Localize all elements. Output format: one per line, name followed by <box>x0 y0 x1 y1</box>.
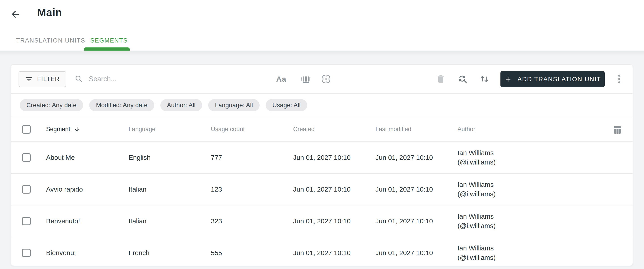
cell-author: Ian Williams (@i.williams) <box>458 243 613 262</box>
trash-icon <box>436 74 446 84</box>
segments-page: Main TRANSLATION UNITS SEGMENTS FILTER A… <box>0 0 644 269</box>
add-button-label: ADD TRANSLATION UNIT <box>518 76 601 83</box>
chip-usage[interactable]: Usage: All <box>266 99 307 111</box>
cell-segment: Bienvenu! <box>46 249 128 257</box>
plus-icon <box>504 75 512 83</box>
barcode-toggle[interactable] <box>300 65 312 93</box>
row-checkbox[interactable] <box>22 185 31 194</box>
cell-created: Jun 01, 2027 10:10 <box>293 185 376 193</box>
sort-descending-icon <box>74 126 80 133</box>
cell-language: Italian <box>128 217 211 225</box>
columns-icon <box>613 125 622 134</box>
column-header-created[interactable]: Created <box>293 126 376 133</box>
arrow-left-icon <box>10 9 20 20</box>
match-case-icon: Aa <box>276 75 286 84</box>
column-header-usage-count[interactable]: Usage count <box>211 126 293 133</box>
cell-segment: Benvenuto! <box>46 217 128 225</box>
chip-created[interactable]: Created: Any date <box>20 99 83 111</box>
kebab-menu-icon <box>618 74 620 84</box>
page-title: Main <box>37 6 62 19</box>
column-header-last-modified[interactable]: Last modified <box>376 126 458 133</box>
toolbar: FILTER Aa <box>11 65 632 94</box>
search-input[interactable] <box>89 75 245 83</box>
cell-segment: Avvio rapido <box>46 185 128 193</box>
sort-button[interactable] <box>479 65 490 93</box>
cell-usage-count: 777 <box>211 154 293 161</box>
cell-last-modified: Jun 01, 2027 10:10 <box>376 185 458 193</box>
content-area: FILTER Aa <box>0 51 644 269</box>
row-checkbox[interactable] <box>22 153 31 162</box>
more-options-button[interactable] <box>615 65 624 93</box>
tab-segments[interactable]: SEGMENTS <box>90 34 128 48</box>
cell-usage-count: 555 <box>211 249 293 257</box>
cell-language: French <box>128 249 211 257</box>
chip-language[interactable]: Language: All <box>208 99 260 111</box>
table-row[interactable]: Bienvenu! French 555 Jun 01, 2027 10:10 … <box>11 237 632 266</box>
cell-author: Ian Williams (@i.williams) <box>458 212 613 230</box>
find-replace-button[interactable] <box>458 65 468 93</box>
frame-scan-toggle[interactable] <box>320 65 332 93</box>
column-header-language[interactable]: Language <box>128 126 211 133</box>
cell-usage-count: 323 <box>211 217 293 225</box>
cell-usage-count: 123 <box>211 185 293 193</box>
add-translation-unit-button[interactable]: ADD TRANSLATION UNIT <box>500 71 605 87</box>
top-header: Main <box>0 0 644 34</box>
cell-author: Ian Williams (@i.williams) <box>458 148 613 167</box>
cell-created: Jun 01, 2027 10:10 <box>293 154 376 161</box>
cell-segment: About Me <box>46 154 128 161</box>
table-row[interactable]: Benvenuto! Italian 323 Jun 01, 2027 10:1… <box>11 205 632 237</box>
barcode-icon <box>300 73 312 85</box>
filter-chips-row: Created: Any date Modified: Any date Aut… <box>11 94 632 117</box>
cell-last-modified: Jun 01, 2027 10:10 <box>376 154 458 161</box>
cell-created: Jun 01, 2027 10:10 <box>293 249 376 257</box>
column-picker-button[interactable] <box>613 125 632 134</box>
cell-created: Jun 01, 2027 10:10 <box>293 217 376 225</box>
cell-language: Italian <box>128 185 211 193</box>
filter-button[interactable]: FILTER <box>18 71 66 87</box>
table-header: Segment Language Usage count Created Las… <box>11 117 632 142</box>
back-button[interactable] <box>9 8 22 21</box>
select-all-checkbox[interactable] <box>22 125 31 134</box>
filter-icon <box>25 75 33 83</box>
row-checkbox[interactable] <box>22 249 31 257</box>
chip-modified[interactable]: Modified: Any date <box>89 99 154 111</box>
segments-card: FILTER Aa <box>11 65 633 266</box>
column-header-author[interactable]: Author <box>458 126 613 133</box>
match-case-toggle[interactable]: Aa <box>276 65 286 93</box>
row-checkbox[interactable] <box>22 217 31 225</box>
cell-last-modified: Jun 01, 2027 10:10 <box>376 217 458 225</box>
filter-button-label: FILTER <box>37 76 60 83</box>
cell-author: Ian Williams (@i.williams) <box>458 180 613 199</box>
tab-translation-units[interactable]: TRANSLATION UNITS <box>16 34 86 48</box>
column-header-segment[interactable]: Segment <box>46 126 128 133</box>
find-replace-icon <box>458 74 468 84</box>
active-tab-indicator <box>84 48 130 51</box>
table-row[interactable]: Avvio rapido Italian 123 Jun 01, 2027 10… <box>11 174 632 205</box>
sort-arrows-icon <box>479 74 490 84</box>
cell-language: English <box>128 154 211 161</box>
table-row[interactable]: About Me English 777 Jun 01, 2027 10:10 … <box>11 142 632 174</box>
search-icon <box>74 75 84 84</box>
search-box <box>74 65 245 93</box>
cell-last-modified: Jun 01, 2027 10:10 <box>376 249 458 257</box>
chip-author[interactable]: Author: All <box>160 99 202 111</box>
frame-scan-icon <box>320 73 332 85</box>
delete-button[interactable] <box>436 65 446 93</box>
tab-bar: TRANSLATION UNITS SEGMENTS <box>0 34 644 51</box>
